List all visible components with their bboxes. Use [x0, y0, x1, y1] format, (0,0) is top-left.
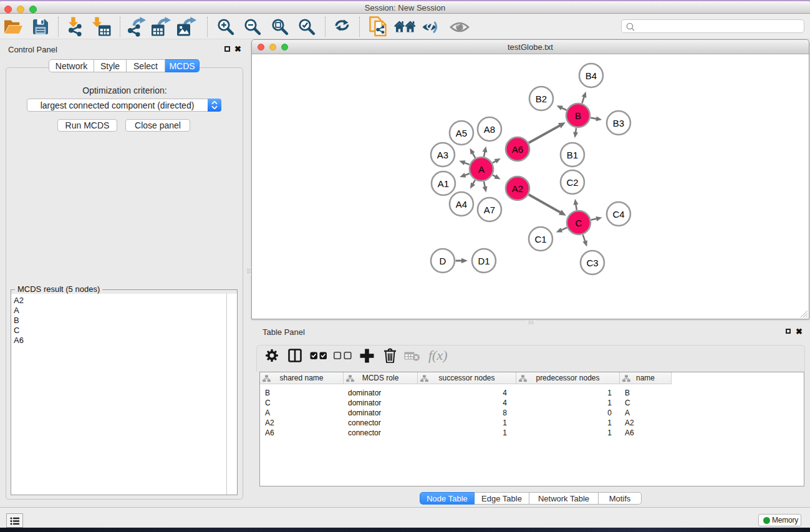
- svg-text:B: B: [575, 110, 581, 121]
- svg-text:A6: A6: [512, 144, 523, 155]
- svg-text:B2: B2: [536, 94, 547, 104]
- svg-text:C1: C1: [534, 234, 546, 244]
- svg-text:C4: C4: [612, 209, 624, 220]
- svg-text:C: C: [576, 218, 582, 228]
- svg-text:B1: B1: [567, 150, 578, 160]
- svg-text:A4: A4: [456, 199, 467, 210]
- svg-text:C3: C3: [586, 258, 598, 268]
- svg-text:A8: A8: [484, 124, 495, 135]
- svg-text:B4: B4: [586, 70, 597, 81]
- svg-text:B3: B3: [613, 118, 624, 128]
- svg-text:D: D: [440, 256, 446, 266]
- svg-text:D1: D1: [478, 256, 489, 266]
- svg-text:A5: A5: [456, 128, 467, 138]
- svg-text:A2: A2: [512, 183, 523, 194]
- svg-text:A3: A3: [437, 150, 448, 160]
- svg-text:A7: A7: [484, 205, 495, 215]
- svg-text:C2: C2: [566, 177, 578, 188]
- svg-text:A1: A1: [438, 178, 449, 189]
- svg-text:A: A: [478, 164, 485, 175]
